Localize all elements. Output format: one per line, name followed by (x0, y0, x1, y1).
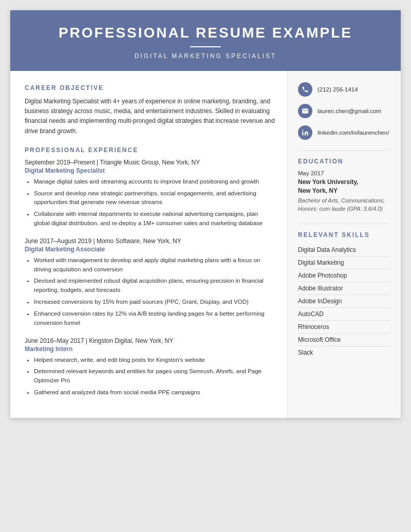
skills-list: Digital Data AnalyticsDigital MarketingA… (298, 244, 390, 359)
skill-item: Rhinoceros (298, 321, 390, 334)
linkedin-text: linkedin.com/in/laurenchen/ (317, 130, 389, 136)
list-item: Gathered and analyzed data from social m… (34, 388, 275, 397)
list-item: Source and develop new strategic partner… (34, 189, 275, 208)
contact-linkedin: linkedin.com/in/laurenchen/ (298, 125, 390, 140)
phone-text: (212) 256-1414 (317, 86, 358, 93)
career-objective-section: CAREER OBJECTIVE Digital Marketing Speci… (25, 84, 275, 136)
professional-experience-section: PROFESSIONAL EXPERIENCE September 2019–P… (25, 146, 275, 397)
phone-svg (302, 86, 309, 93)
education-section: EDUCATION May 2017 New York University,N… (298, 158, 390, 213)
phone-icon (298, 82, 312, 97)
resume-body: CAREER OBJECTIVE Digital Marketing Speci… (10, 71, 401, 418)
exp-bullets-2: Worked with management to develop and ap… (25, 256, 275, 328)
list-item: Devised and implemented robust digital a… (34, 277, 275, 295)
skill-item: AutoCAD (298, 308, 390, 321)
exp-entry-2: June 2017–August 2019 | Momo Software, N… (25, 237, 275, 328)
header-subtitle: DIGITAL MARKETING SPECIALIST (26, 52, 385, 60)
email-svg (302, 107, 309, 115)
divider-1 (298, 150, 390, 151)
list-item: Worked with management to develop and ap… (34, 256, 275, 274)
exp-meta-1: September 2019–Present | Triangle Music … (25, 159, 275, 166)
career-objective-text: Digital Marketing Specialist with 4+ yea… (25, 97, 275, 136)
skill-item: Digital Data Analytics (298, 244, 390, 256)
edu-school: New York University,New York, NY (298, 178, 390, 195)
left-column: CAREER OBJECTIVE Digital Marketing Speci… (10, 71, 288, 418)
exp-entry-3: June 2016–May 2017 | Kingston Digital, N… (25, 337, 275, 397)
skill-item: Slack (298, 346, 390, 359)
career-objective-title: CAREER OBJECTIVE (25, 84, 275, 91)
resume-wrapper: PROFESSIONAL RESUME EXAMPLE DIGITAL MARK… (10, 10, 401, 418)
list-item: Collaborate with internal departments to… (34, 210, 275, 228)
edu-details: Bachelor of Arts, Communications,Honors:… (298, 196, 390, 213)
exp-meta-3: June 2016–May 2017 | Kingston Digital, N… (25, 337, 275, 344)
education-title: EDUCATION (298, 158, 390, 165)
list-item: Enhanced conversion rates by 12% via A/B… (34, 309, 275, 328)
professional-experience-title: PROFESSIONAL EXPERIENCE (25, 146, 275, 154)
skills-section: RELEVANT SKILLS Digital Data AnalyticsDi… (298, 231, 390, 359)
exp-bullets-3: Helped research, write, and edit blog po… (25, 356, 275, 397)
skill-item: Adobe Photoshop (298, 269, 390, 282)
main-title: PROFESSIONAL RESUME EXAMPLE (26, 25, 385, 41)
skill-item: Microsoft Office (298, 334, 390, 346)
header-divider (190, 46, 221, 47)
list-item: Increased conversions by 15% from paid s… (34, 298, 275, 307)
skills-title: RELEVANT SKILLS (298, 231, 390, 239)
email-icon (298, 104, 312, 118)
exp-title-2: Digital Marketing Associate (25, 246, 275, 253)
divider-2 (298, 224, 390, 224)
exp-title-3: Marketing Intern (25, 345, 275, 353)
resume-header: PROFESSIONAL RESUME EXAMPLE DIGITAL MARK… (10, 10, 401, 71)
exp-meta-2: June 2017–August 2019 | Momo Software, N… (25, 237, 275, 245)
linkedin-svg (302, 129, 309, 136)
skill-item: Digital Marketing (298, 256, 390, 269)
list-item: Manage digital sales and streaming accou… (34, 177, 275, 187)
contact-section: (212) 256-1414 lauren.chen@gmail.com (298, 82, 390, 140)
right-column: (212) 256-1414 lauren.chen@gmail.com (288, 71, 401, 418)
linkedin-icon (298, 125, 312, 140)
contact-phone: (212) 256-1414 (298, 82, 390, 97)
contact-email: lauren.chen@gmail.com (298, 104, 390, 118)
email-text: lauren.chen@gmail.com (317, 108, 381, 114)
list-item: Determined relevant keywords and entitie… (34, 367, 275, 386)
edu-date: May 2017 (298, 170, 390, 176)
exp-bullets-1: Manage digital sales and streaming accou… (25, 177, 275, 228)
exp-entry-1: September 2019–Present | Triangle Music … (25, 159, 275, 228)
skill-item: Adobe InDesign (298, 295, 390, 308)
skill-item: Adobe Illustrator (298, 282, 390, 295)
list-item: Helped research, write, and edit blog po… (34, 356, 275, 365)
exp-title-1: Digital Marketing Specialist (25, 167, 275, 174)
